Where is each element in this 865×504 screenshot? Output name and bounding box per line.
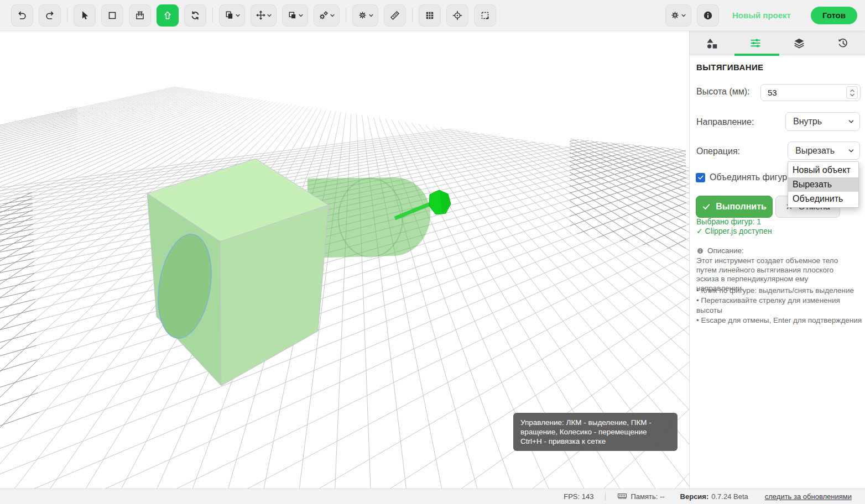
tab-settings[interactable] — [733, 31, 777, 55]
memory-icon — [617, 492, 627, 501]
toolbar-separator — [412, 8, 413, 23]
chevron-down-icon — [235, 13, 241, 18]
info-icon — [702, 10, 713, 21]
version-label: Версия: — [680, 492, 709, 501]
extrude-tool-button[interactable] — [157, 4, 179, 27]
marquee-tool-button[interactable] — [101, 4, 123, 27]
direction-label: Направление: — [696, 117, 754, 127]
redo-button[interactable] — [39, 4, 61, 27]
viewport-3d[interactable]: Управление: ЛКМ - выделение, ПКМ - враще… — [0, 31, 689, 489]
toolbar-separator — [67, 8, 67, 23]
memory-status: Память: -- — [617, 492, 664, 501]
toolbar-separator — [212, 8, 213, 23]
controls-tooltip: Управление: ЛКМ - выделение, ПКМ - враще… — [513, 413, 678, 451]
check-icon — [702, 202, 711, 211]
height-input[interactable] — [760, 84, 861, 101]
chevron-down-icon — [298, 13, 304, 18]
tab-shapes[interactable] — [690, 31, 733, 55]
side-panel: ВЫТЯГИВАНИЕ Высота (мм): Направление: Вн… — [689, 31, 865, 489]
spinner-arrows-icon — [849, 88, 856, 98]
updates-link[interactable]: следить за обновлениями — [765, 492, 852, 501]
memory-text: Память: -- — [630, 492, 664, 501]
marquee-icon — [107, 10, 118, 21]
undo-button[interactable] — [11, 4, 33, 27]
description-header: Описание: — [696, 246, 744, 255]
selected-figures-status: Выбрано фигур: 1 — [696, 217, 761, 226]
move-menu-button[interactable] — [251, 4, 277, 27]
panel-title: ВЫТЯГИВАНИЕ — [696, 62, 764, 72]
target-button[interactable] — [446, 4, 468, 27]
info-icon — [696, 247, 704, 255]
tool-settings-button[interactable] — [352, 4, 378, 27]
description-title: Описание: — [707, 246, 744, 255]
selection-area-icon — [480, 10, 491, 21]
chevron-down-icon — [848, 118, 854, 125]
gears-menu-button[interactable] — [314, 4, 340, 27]
version-value: 0.7.24 Beta — [711, 492, 748, 501]
height-input-wrap — [760, 84, 861, 101]
select-tool-button[interactable] — [74, 4, 96, 27]
duplicate-menu-button[interactable] — [282, 4, 308, 27]
view-settings-button[interactable] — [665, 4, 691, 27]
toolbar-separator — [346, 8, 346, 23]
merge-checkbox[interactable] — [696, 173, 705, 182]
target-icon — [452, 10, 463, 21]
gears-pair-icon — [319, 10, 329, 20]
chevron-down-icon — [368, 13, 374, 18]
sync-icon — [190, 10, 201, 21]
gear-icon — [357, 10, 368, 20]
hint-item: Перетаскивайте стрелку для изменения выс… — [696, 296, 862, 316]
chevron-down-icon — [848, 148, 854, 154]
chevron-down-icon — [330, 13, 335, 18]
operation-option-union[interactable]: Объединить — [788, 192, 858, 206]
tab-history[interactable] — [821, 31, 865, 55]
status-bar: FPS: 143 Память: -- Версия: 0.7.24 Beta … — [0, 489, 865, 504]
top-toolbar: Новый проект Готов — [0, 0, 865, 31]
chevron-down-icon — [267, 13, 272, 18]
hint-item: Клик по фигуре: выделить/снять выделение — [696, 286, 862, 296]
redo-icon — [44, 10, 55, 21]
cube-object[interactable] — [147, 159, 329, 386]
vise-tool-button[interactable] — [129, 4, 151, 27]
operation-option-cut[interactable]: Вырезать — [788, 177, 858, 192]
move-icon — [256, 10, 266, 20]
grid-snap-button[interactable] — [419, 4, 441, 27]
layers-icon — [793, 37, 805, 49]
operation-dropdown: Новый объект Вырезать Объединить — [788, 161, 859, 208]
operation-option-new[interactable]: Новый объект — [788, 163, 858, 177]
direction-select[interactable]: Внутрь — [785, 112, 860, 131]
info-button[interactable] — [697, 4, 719, 27]
copy-menu-button[interactable] — [219, 4, 245, 27]
tab-layers[interactable] — [778, 31, 821, 55]
chevron-down-icon — [681, 13, 686, 18]
tooltip-line-1: Управление: ЛКМ - выделение, ПКМ - враще… — [520, 418, 670, 437]
statusbar-separator — [605, 493, 606, 501]
selection-area-button[interactable] — [474, 4, 496, 27]
merge-label: Объединять фигуры — [710, 172, 794, 182]
undo-icon — [17, 10, 28, 21]
clipper-status: ✓ Clipper.js доступен — [696, 227, 772, 235]
direction-value: Внутрь — [793, 117, 822, 127]
panel-tabbar — [690, 31, 865, 55]
sliders-icon — [749, 37, 762, 49]
check-icon — [697, 174, 704, 181]
operation-select[interactable]: Вырезать — [788, 141, 860, 160]
execute-label: Выполнить — [716, 202, 767, 212]
toolbar-right-group: Новый проект Готов — [665, 4, 865, 27]
history-icon — [837, 37, 849, 49]
height-stepper[interactable] — [846, 86, 858, 99]
active-tab-underline — [734, 54, 779, 56]
tooltip-line-2: Ctrl+H - привязка к сетке — [520, 437, 670, 446]
vise-icon — [134, 10, 145, 21]
project-name[interactable]: Новый проект — [732, 11, 791, 20]
copy-icon — [224, 10, 235, 20]
hint-item: Escape для отмены, Enter для подтвержден… — [696, 316, 862, 326]
sync-tool-button[interactable] — [184, 4, 206, 27]
operation-value: Вырезать — [795, 146, 835, 156]
cursor-icon — [79, 10, 90, 21]
ruler-icon — [389, 10, 400, 21]
execute-button[interactable]: Выполнить — [696, 196, 773, 218]
ruler-tool-button[interactable] — [384, 4, 406, 27]
merge-row: Объединять фигуры — [696, 172, 794, 182]
done-button[interactable]: Готов — [811, 7, 857, 24]
